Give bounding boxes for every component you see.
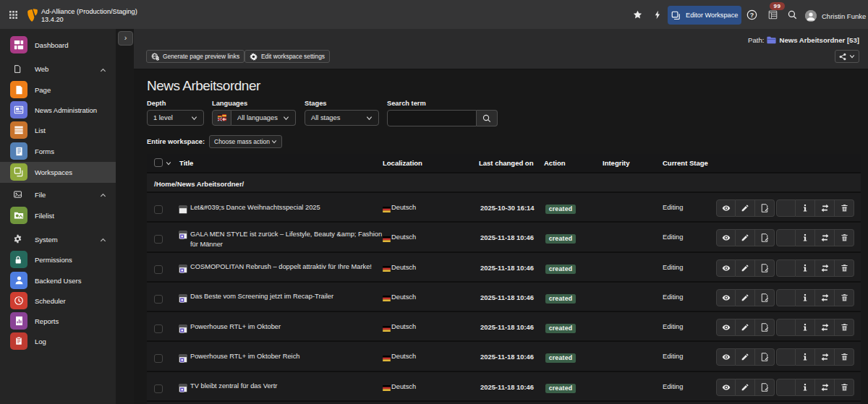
svg-text:?: ?	[750, 11, 754, 18]
